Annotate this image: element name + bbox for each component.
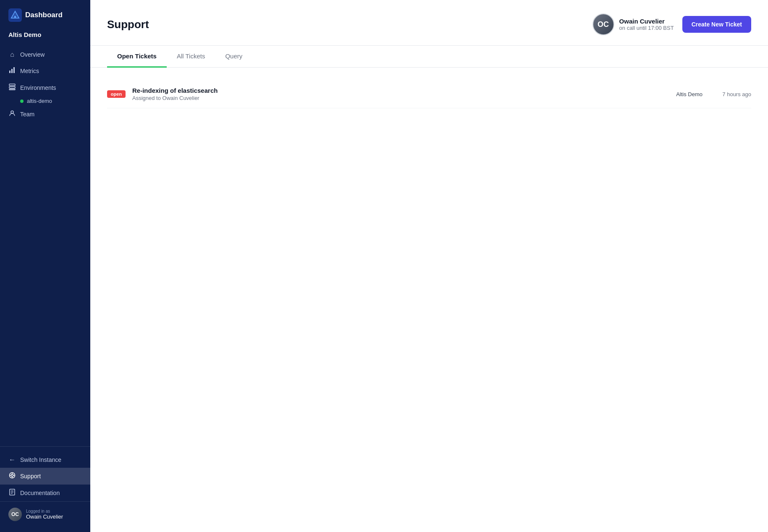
sidebar-user: OC Logged in as Owain Cuvelier (0, 501, 90, 527)
user-profile: OC Owain Cuvelier on call until 17:00 BS… (592, 13, 674, 35)
ticket-assignee: Assigned to Owain Cuvelier (132, 95, 645, 101)
sidebar-item-label: Switch Instance (20, 456, 61, 463)
ticket-time: 7 hours ago (709, 91, 751, 97)
book-icon (8, 489, 16, 497)
sidebar-item-team[interactable]: Team (0, 106, 90, 123)
user-avatar-small: OC (8, 508, 22, 521)
home-icon: ⌂ (8, 51, 16, 58)
sidebar-item-support[interactable]: Support (0, 468, 90, 485)
page-title: Support (107, 18, 149, 31)
ticket-title: Re-indexing of elasticsearch (132, 87, 645, 94)
sidebar: Dashboard Altis Demo ⌂ Overview Metrics … (0, 0, 90, 532)
svg-rect-2 (14, 16, 16, 18)
user-status: on call until 17:00 BST (619, 25, 674, 31)
table-row[interactable]: open Re-indexing of elasticsearch Assign… (107, 80, 751, 108)
sidebar-item-documentation[interactable]: Documentation (0, 485, 90, 501)
sidebar-bottom: ← Switch Instance Support Documentation … (0, 446, 90, 532)
tab-open-tickets[interactable]: Open Tickets (107, 46, 167, 68)
tickets-area: open Re-indexing of elasticsearch Assign… (90, 68, 768, 532)
page-header: Support OC Owain Cuvelier on call until … (90, 0, 768, 46)
app-title: Dashboard (25, 11, 63, 19)
svg-rect-4 (11, 69, 13, 73)
env-status-dot (20, 100, 24, 103)
environments-icon (8, 84, 16, 92)
app-logo-icon (8, 8, 22, 22)
arrow-left-icon: ← (8, 456, 16, 464)
team-icon (8, 110, 16, 118)
main-content: Support OC Owain Cuvelier on call until … (90, 0, 768, 532)
user-name: Owain Cuvelier (619, 18, 674, 25)
svg-rect-8 (9, 89, 15, 90)
svg-rect-6 (9, 84, 15, 86)
status-badge: open (107, 90, 126, 98)
sidebar-item-label: Support (20, 473, 41, 480)
ticket-info: Re-indexing of elasticsearch Assigned to… (132, 87, 645, 101)
support-icon (8, 472, 16, 480)
sidebar-logo: Dashboard (0, 0, 90, 29)
header-right: OC Owain Cuvelier on call until 17:00 BS… (592, 13, 751, 35)
create-new-ticket-button[interactable]: Create New Ticket (682, 16, 751, 33)
env-name: altis-demo (27, 98, 52, 104)
sidebar-item-switch-instance[interactable]: ← Switch Instance (0, 452, 90, 468)
metrics-icon (8, 67, 16, 75)
svg-point-9 (11, 111, 13, 113)
tabs-bar: Open Tickets All Tickets Query (90, 46, 768, 68)
sidebar-item-label: Team (20, 111, 34, 118)
user-name-small: Owain Cuvelier (26, 514, 63, 520)
sidebar-nav: ⌂ Overview Metrics Environments altis-de… (0, 44, 90, 446)
svg-rect-3 (9, 71, 10, 73)
sidebar-item-label: Documentation (20, 490, 60, 496)
sidebar-item-label: Overview (20, 51, 45, 58)
ticket-instance: Altis Demo (652, 91, 702, 97)
sidebar-item-label: Environments (20, 84, 56, 91)
tab-all-tickets[interactable]: All Tickets (167, 46, 215, 68)
sidebar-item-label: Metrics (20, 68, 39, 74)
sidebar-item-overview[interactable]: ⌂ Overview (0, 47, 90, 63)
user-detail: Owain Cuvelier on call until 17:00 BST (619, 18, 674, 31)
user-info: Logged in as Owain Cuvelier (26, 509, 63, 520)
svg-point-11 (11, 474, 13, 477)
user-avatar: OC (592, 13, 614, 35)
svg-rect-5 (13, 67, 15, 73)
logged-in-label: Logged in as (26, 509, 63, 514)
svg-rect-7 (9, 86, 15, 88)
tab-query[interactable]: Query (215, 46, 252, 68)
sidebar-item-metrics[interactable]: Metrics (0, 63, 90, 79)
instance-label: Altis Demo (0, 29, 90, 44)
sidebar-env-sub[interactable]: altis-demo (0, 96, 90, 106)
sidebar-item-environments[interactable]: Environments (0, 79, 90, 96)
